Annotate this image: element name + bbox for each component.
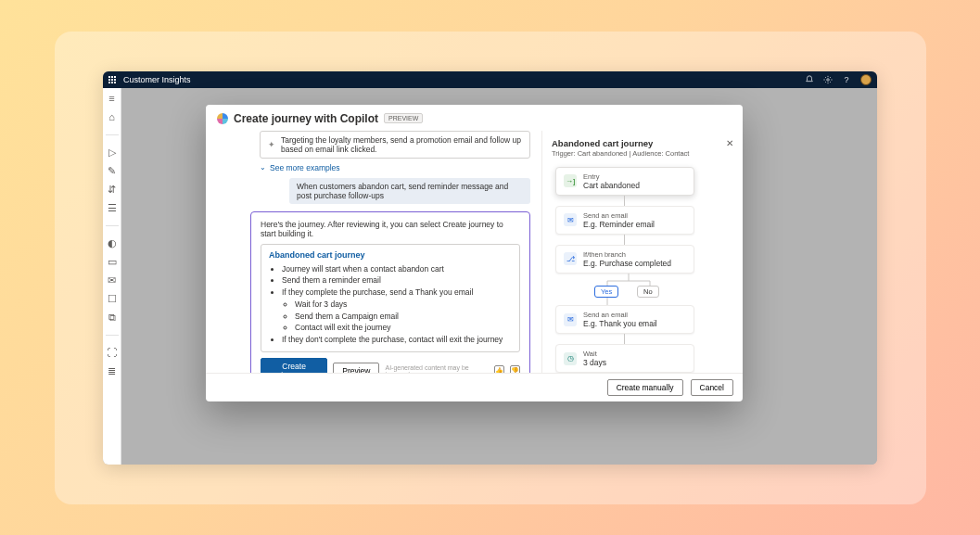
node-branch[interactable]: ⎇ If/then branchE.g. Purchase completed bbox=[555, 245, 694, 274]
branch-no-chip[interactable]: No bbox=[637, 286, 659, 298]
journey-subtitle: Trigger: Cart abandoned | Audience: Cont… bbox=[552, 149, 689, 158]
suggestion-pill[interactable]: ✦ Targeting the loyalty members, send a … bbox=[260, 131, 530, 159]
suggestion-text: Targeting the loyalty members, send a pr… bbox=[281, 135, 522, 154]
plan-subitem: Contact will exit the journey bbox=[295, 322, 512, 334]
nav-play-icon[interactable]: ▷ bbox=[107, 147, 117, 158]
plan-subitem: Wait for 3 days bbox=[295, 299, 512, 311]
nav-analytics-icon[interactable]: ⇵ bbox=[107, 185, 117, 195]
app-title: Customer Insights bbox=[123, 75, 191, 84]
create-manually-button[interactable]: Create manually bbox=[607, 379, 683, 396]
plan-item: Send them a reminder email bbox=[282, 274, 512, 287]
user-prompt-bubble: When customers abandon cart, send remind… bbox=[289, 178, 530, 204]
nav-menu-icon[interactable]: ≡ bbox=[107, 94, 117, 104]
nav-assets-icon[interactable]: ▭ bbox=[107, 257, 117, 267]
journey-plan-box: Abandoned cart journey Journey will star… bbox=[261, 244, 520, 352]
branch-icon: ⎇ bbox=[564, 252, 577, 265]
branch-yes-chip[interactable]: Yes bbox=[594, 286, 618, 298]
entry-icon: →] bbox=[564, 174, 577, 187]
nav-email-icon[interactable]: ✉ bbox=[107, 275, 117, 286]
email-icon: ✉ bbox=[564, 313, 577, 326]
user-avatar[interactable] bbox=[860, 74, 872, 85]
plan-item: Journey will start when a contact abando… bbox=[282, 263, 512, 275]
plan-title: Abandoned cart journey bbox=[269, 250, 512, 260]
app-window: Customer Insights ? ≡ ⌂ ▷ ✎ ⇵ ☰ ◐ ▭ ✉ ☐ … bbox=[103, 71, 877, 465]
left-nav: ≡ ⌂ ▷ ✎ ⇵ ☰ ◐ ▭ ✉ ☐ ⧉ ⛶ ≣ bbox=[103, 88, 121, 465]
email-icon: ✉ bbox=[564, 213, 577, 226]
titlebar: Customer Insights ? bbox=[103, 71, 877, 88]
nav-segments-icon[interactable]: ≣ bbox=[107, 366, 117, 376]
app-launcher-icon[interactable] bbox=[108, 76, 118, 83]
copilot-logo-icon bbox=[217, 113, 228, 124]
node-send-email-2[interactable]: ✉ Send an emailE.g. Thank you email bbox=[555, 305, 694, 334]
create-journey-button[interactable]: Create journey bbox=[261, 358, 327, 373]
close-icon[interactable]: ✕ bbox=[726, 138, 733, 148]
plan-item: If they complete the purchase, send a Th… bbox=[282, 287, 512, 334]
help-icon[interactable]: ? bbox=[842, 75, 851, 84]
ai-disclaimer: AI-generated content may be incorrect bbox=[385, 364, 489, 373]
wait-icon: ◷ bbox=[564, 352, 577, 365]
thumbs-down-icon[interactable]: 👎 bbox=[510, 365, 520, 372]
notifications-icon[interactable] bbox=[805, 75, 814, 84]
settings-icon[interactable] bbox=[823, 75, 833, 84]
chevron-down-icon: ⌄ bbox=[260, 163, 266, 172]
nav-templates-icon[interactable]: ⧉ bbox=[107, 312, 117, 323]
see-more-examples-link[interactable]: ⌄ See more examples bbox=[260, 163, 530, 172]
copilot-modal: Create journey with Copilot PREVIEW ✦ Ta… bbox=[206, 105, 743, 401]
node-entry[interactable]: →] EntryCart abandoned bbox=[555, 167, 694, 196]
nav-forms-icon[interactable]: ☰ bbox=[107, 203, 117, 213]
node-send-email-1[interactable]: ✉ Send an emailE.g. Reminder email bbox=[555, 206, 694, 235]
ai-intro-text: Here's the journey. After reviewing it, … bbox=[261, 220, 520, 238]
ai-response-card: Here's the journey. After reviewing it, … bbox=[250, 211, 530, 373]
preview-button[interactable]: Preview bbox=[333, 363, 379, 373]
node-wait[interactable]: ◷ Wait3 days bbox=[555, 344, 694, 372]
nav-journeys-icon[interactable]: ✎ bbox=[107, 166, 117, 176]
modal-title: Create journey with Copilot bbox=[234, 112, 378, 125]
cancel-button[interactable]: Cancel bbox=[691, 379, 733, 396]
branch-connector: Yes No bbox=[555, 274, 694, 305]
nav-audience-icon[interactable]: ◐ bbox=[107, 238, 117, 248]
journey-flow: →] EntryCart abandoned ✉ Send an emailE.… bbox=[552, 167, 733, 373]
thumbs-up-icon[interactable]: 👍 bbox=[494, 365, 504, 372]
journey-title: Abandoned cart journey bbox=[552, 138, 689, 148]
preview-badge: PREVIEW bbox=[384, 113, 423, 123]
plan-item: If they don't complete the purchase, con… bbox=[282, 334, 512, 346]
sparkle-icon: ✦ bbox=[268, 140, 275, 149]
nav-home-icon[interactable]: ⌂ bbox=[107, 112, 117, 122]
nav-library-icon[interactable]: ☐ bbox=[107, 294, 117, 304]
plan-subitem: Send them a Campaign email bbox=[295, 311, 512, 323]
nav-contacts-icon[interactable]: ⛶ bbox=[107, 348, 117, 358]
svg-point-0 bbox=[827, 78, 830, 81]
